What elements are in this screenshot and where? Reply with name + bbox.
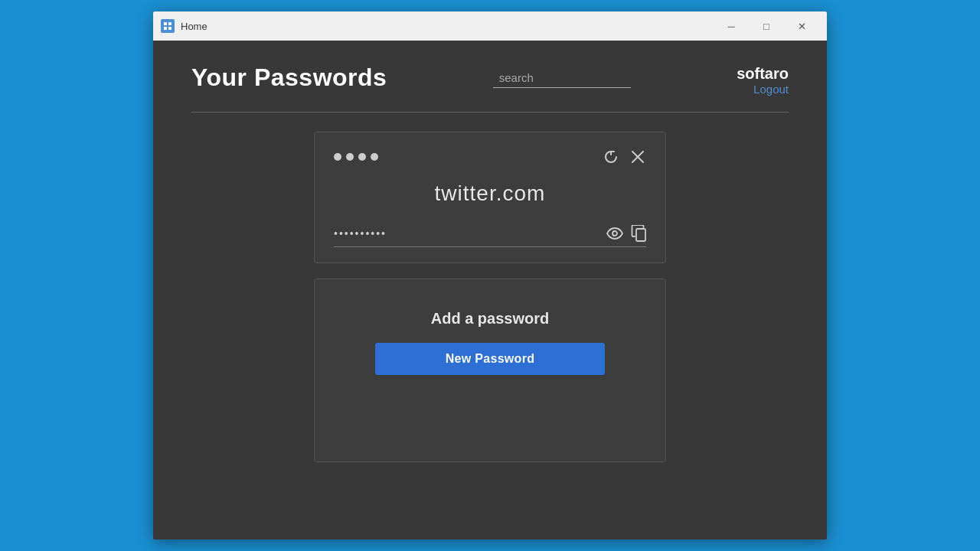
close-button[interactable]: ✕ [784,11,819,41]
search-container [387,64,737,88]
logout-link[interactable]: Logout [753,83,789,96]
site-name: twitter.com [334,181,646,206]
dot-1 [334,153,341,161]
svg-rect-3 [168,27,172,30]
maximize-button[interactable]: □ [749,11,784,41]
password-card: twitter.com •••••••••• [314,132,666,263]
header-divider [191,112,789,112]
app-icon [161,19,175,33]
dot-3 [358,153,366,161]
dot-4 [371,153,378,161]
page-title: Your Passwords [191,64,387,92]
minimize-button[interactable]: ─ [714,11,749,41]
app-content: Your Passwords softaro Logout [153,41,827,540]
search-input[interactable] [493,68,631,88]
add-card-title: Add a password [431,310,549,328]
cards-container: twitter.com •••••••••• [191,132,789,462]
card-actions [602,148,646,166]
close-card-button[interactable] [629,148,646,165]
add-password-card: Add a password New Password [314,279,666,462]
password-field-container: •••••••••• [334,225,646,247]
svg-rect-7 [636,229,645,241]
svg-rect-0 [164,22,167,25]
dot-2 [346,153,354,161]
copy-password-button[interactable] [631,225,646,242]
svg-point-6 [612,231,617,236]
window-title: Home [181,21,714,32]
show-password-button[interactable] [606,227,623,240]
svg-rect-1 [168,22,172,25]
username: softaro [737,65,789,83]
user-section: softaro Logout [737,64,789,96]
titlebar: Home ─ □ ✕ [153,11,827,41]
password-dots: •••••••••• [334,227,606,240]
header: Your Passwords softaro Logout [191,64,789,96]
dots-indicator [334,153,378,161]
password-card-header [334,148,646,166]
new-password-button[interactable]: New Password [375,343,605,375]
window-controls: ─ □ ✕ [714,11,819,41]
app-window: Home ─ □ ✕ Your Passwords softaro Logout [153,11,827,540]
field-icons [606,225,646,242]
svg-rect-2 [164,27,167,30]
refresh-button[interactable] [602,148,620,166]
